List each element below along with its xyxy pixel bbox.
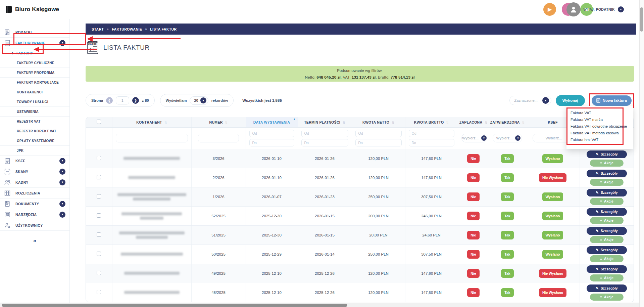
header-zaplacona[interactable]: ZAPŁACONA⇅ <box>458 117 489 127</box>
row-checkbox[interactable] <box>97 175 101 179</box>
breadcrumb-start[interactable]: START <box>92 27 104 31</box>
breadcrumb-lista-faktur[interactable]: LISTA FAKTUR <box>150 27 177 31</box>
menu-item-faktura-vat[interactable]: Faktura VAT <box>567 109 623 116</box>
horizontal-scrollbar-thumb[interactable] <box>2 304 347 307</box>
vertical-scrollbar[interactable] <box>639 0 644 307</box>
sort-icon[interactable]: ⇅ <box>343 121 345 124</box>
filter-data-od-input[interactable] <box>249 130 294 137</box>
sort-icon[interactable]: ⇅ <box>485 121 487 124</box>
vertical-scrollbar-thumb[interactable] <box>640 7 643 32</box>
szczegoly-button[interactable]: ✎Szczegóły <box>587 246 627 254</box>
sidebar-item-oplaty-systemowe[interactable]: OPŁATY SYSTEMOWE <box>0 136 69 146</box>
next-page-button[interactable]: ❯ <box>132 97 139 104</box>
szczegoly-button[interactable]: ✎Szczegóły <box>587 170 627 177</box>
akcje-button[interactable]: ≡Akcje <box>590 236 624 243</box>
menu-item-faktura-vat-metoda-kasowa[interactable]: Faktura VAT metoda kasowa <box>567 130 623 136</box>
sort-icon[interactable]: ⇅ <box>522 121 525 124</box>
chevron-down-icon[interactable]: ▾ <box>618 6 624 12</box>
row-checkbox[interactable] <box>97 194 101 199</box>
nowa-faktura-button[interactable]: Nowa faktura <box>592 95 632 106</box>
zaznaczone-select[interactable]: Zaznaczone... ▾ <box>509 96 551 105</box>
sidebar-item-faktury-korygujace[interactable]: FAKTURY KORYGUJĄCE <box>0 78 69 87</box>
header-zatwierdzona[interactable]: ZATWIERDZONA⇅ <box>489 117 526 127</box>
user-menu[interactable]: WITAJ, PODATNIK ▾ <box>566 2 624 16</box>
akcje-button[interactable]: ≡Akcje <box>590 255 624 262</box>
select-all-checkbox[interactable] <box>97 120 101 124</box>
szczegoly-button[interactable]: ✎Szczegóły <box>587 284 627 292</box>
menu-item-faktura-vat-mar-a[interactable]: Faktura VAT marża <box>567 116 623 123</box>
sidebar-item-fakturowanie[interactable]: FAKTUROWANIE ▾ <box>0 38 69 48</box>
szczegoly-button[interactable]: ✎Szczegóły <box>587 189 627 196</box>
sidebar-item-podatki[interactable]: PODATKI <box>0 27 69 38</box>
menu-item-faktura-bez-vat[interactable]: Faktura bez VAT <box>567 136 623 143</box>
filter-zatwierdzona-select[interactable]: Wybierz...▾ <box>493 134 522 142</box>
akcje-button[interactable]: ≡Akcje <box>590 198 624 205</box>
sidebar-item-ustawienia[interactable]: USTAWIENIA <box>0 107 69 117</box>
szczegoly-button[interactable]: ✎Szczegóły <box>587 150 627 158</box>
row-checkbox[interactable] <box>97 252 101 256</box>
filter-kontrahent-input[interactable] <box>116 134 188 142</box>
wykonaj-button[interactable]: Wykonaj <box>556 95 585 106</box>
akcje-button[interactable]: ≡Akcje <box>590 294 624 301</box>
menu-item-faktura-vat-odwrotne-obci-enie[interactable]: Faktura VAT odwrotne obciążenie <box>567 123 623 130</box>
breadcrumb-fakturowanie[interactable]: FAKTUROWANIE <box>112 27 142 31</box>
sort-icon[interactable]: ⇅ <box>446 121 449 124</box>
sidebar-item-faktury[interactable]: ▶ FAKTURY <box>0 48 69 58</box>
header-data-wystawienia[interactable]: DATA WYSTAWIENIA▲ <box>246 117 298 127</box>
sidebar-item-jpk[interactable]: JPK <box>0 146 69 156</box>
sidebar-item-uzytkownicy[interactable]: UŻYTKOWNICY <box>0 220 69 231</box>
filter-termin-od-input[interactable] <box>301 130 348 137</box>
filter-netto-do-input[interactable] <box>355 139 402 146</box>
szczegoly-button[interactable]: ✎Szczegóły <box>587 208 627 216</box>
ksef-status-badge: Wysłano <box>542 192 563 201</box>
row-checkbox[interactable] <box>97 213 101 218</box>
sort-icon[interactable]: ⇅ <box>164 121 167 124</box>
row-checkbox[interactable] <box>97 232 101 237</box>
sidebar-item-rejestr-korekt-vat[interactable]: REJESTR KOREKT VAT <box>0 126 69 136</box>
sidebar-item-rozliczenia[interactable]: ROZLICZENIA <box>0 188 69 199</box>
sort-icon[interactable]: ⇅ <box>392 121 394 124</box>
header-kwota-brutto[interactable]: KWOTA BRUTTO⇅ <box>405 117 458 127</box>
header-kontrahent[interactable]: KONTRAHENT⇅ <box>112 117 191 127</box>
prev-page-button[interactable]: ❮ <box>106 97 113 104</box>
sidebar-item-kadry[interactable]: KADRY ▾ <box>0 177 69 188</box>
filter-zaplacona-select[interactable]: Wybierz...▾ <box>461 134 487 142</box>
sidebar-item-ksef[interactable]: KSEF ▾ <box>0 156 69 166</box>
header-kwota-netto[interactable]: KWOTA NETTO⇅ <box>352 117 405 127</box>
sort-icon[interactable]: ⇅ <box>225 121 228 124</box>
per-page-select[interactable]: 20 ▾ <box>190 96 208 105</box>
filter-termin-do-input[interactable] <box>301 139 348 146</box>
sidebar-item-rejestr-vat[interactable]: REJESTR VAT <box>0 117 69 126</box>
sidebar-item-towary-i-uslugi[interactable]: TOWARY I USŁUGI <box>0 97 69 107</box>
header-termin-platnosci[interactable]: TERMIN PŁATNOŚCI⇅ <box>298 117 352 127</box>
sidebar-item-kontrahenci[interactable]: KONTRAHENCI <box>0 87 69 97</box>
row-checkbox[interactable] <box>97 156 101 160</box>
szczegoly-button[interactable]: ✎Szczegóły <box>587 265 627 273</box>
sidebar-item-skany[interactable]: SKANY ▾ <box>0 166 69 177</box>
akcje-button[interactable]: ≡Akcje <box>590 217 624 224</box>
row-checkbox[interactable] <box>97 271 101 275</box>
filter-brutto-od-input[interactable] <box>409 130 454 137</box>
filter-netto-od-input[interactable] <box>355 130 402 137</box>
video-tutorial-icon[interactable]: ▶ <box>543 3 556 16</box>
akcje-button[interactable]: ≡Akcje <box>590 160 624 167</box>
sidebar-item-faktury-proforma[interactable]: FAKTURY PROFORMA <box>0 68 69 78</box>
page-number-input[interactable] <box>116 96 129 104</box>
app-logo[interactable]: Biuro Księgowe <box>5 6 59 13</box>
kwota-brutto-cell: 147,60 PLN <box>405 283 458 302</box>
person-icon <box>570 6 577 13</box>
header-numer[interactable]: NUMER⇅ <box>191 117 246 127</box>
akcje-button[interactable]: ≡Akcje <box>590 274 624 281</box>
horizontal-scrollbar[interactable] <box>0 303 639 307</box>
sidebar-item-dokumenty[interactable]: DOKUMENTY ▾ <box>0 199 69 209</box>
sidebar-item-narzedzia[interactable]: NARZĘDZIA ▾ <box>0 209 69 220</box>
book-logo-icon <box>5 6 12 13</box>
filter-numer-input[interactable] <box>198 134 239 142</box>
filter-data-do-input[interactable] <box>249 139 294 146</box>
szczegoly-button[interactable]: ✎Szczegóły <box>587 227 627 235</box>
akcje-button[interactable]: ≡Akcje <box>590 179 624 186</box>
filter-brutto-do-input[interactable] <box>409 139 454 146</box>
row-checkbox[interactable] <box>97 290 101 294</box>
sidebar-collapse[interactable]: « <box>0 238 69 244</box>
sidebar-item-faktury-cykliczne[interactable]: FAKTURY CYKLICZNE <box>0 58 69 68</box>
